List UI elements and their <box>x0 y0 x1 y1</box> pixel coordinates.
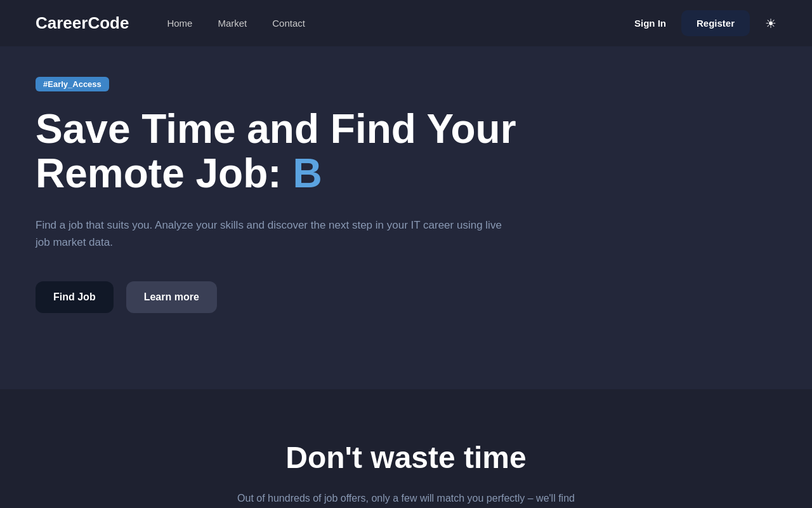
nav-link-home[interactable]: Home <box>167 18 192 29</box>
nav-link-contact[interactable]: Contact <box>272 18 305 29</box>
section-two-title: Don't waste time <box>36 440 776 475</box>
hero-title-highlight: B <box>292 150 322 196</box>
find-job-button[interactable]: Find Job <box>36 281 114 313</box>
navbar: CareerCode Home Market Contact Sign In R… <box>0 0 812 46</box>
learn-more-button[interactable]: Learn more <box>126 281 217 313</box>
hero-title: Save Time and Find Your Remote Job: B <box>36 107 581 196</box>
nav-right: Sign In Register ☀ <box>634 10 776 36</box>
hero-buttons: Find Job Learn more <box>36 281 776 313</box>
hero-description: Find a job that suits you. Analyze your … <box>36 217 518 251</box>
section-two-description: Out of hundreds of job offers, only a fe… <box>228 490 584 508</box>
hero-section: #Early_Access Save Time and Find Your Re… <box>0 46 812 389</box>
early-access-badge: #Early_Access <box>36 77 109 91</box>
theme-toggle-button[interactable]: ☀ <box>765 16 776 31</box>
hero-title-main: Save Time and Find Your Remote Job: <box>36 106 516 196</box>
sign-in-button[interactable]: Sign In <box>634 18 666 29</box>
section-two: Don't waste time Out of hundreds of job … <box>0 389 812 508</box>
nav-link-market[interactable]: Market <box>218 18 247 29</box>
register-button[interactable]: Register <box>681 10 750 36</box>
nav-links: Home Market Contact <box>167 18 634 29</box>
site-logo: CareerCode <box>36 13 129 33</box>
